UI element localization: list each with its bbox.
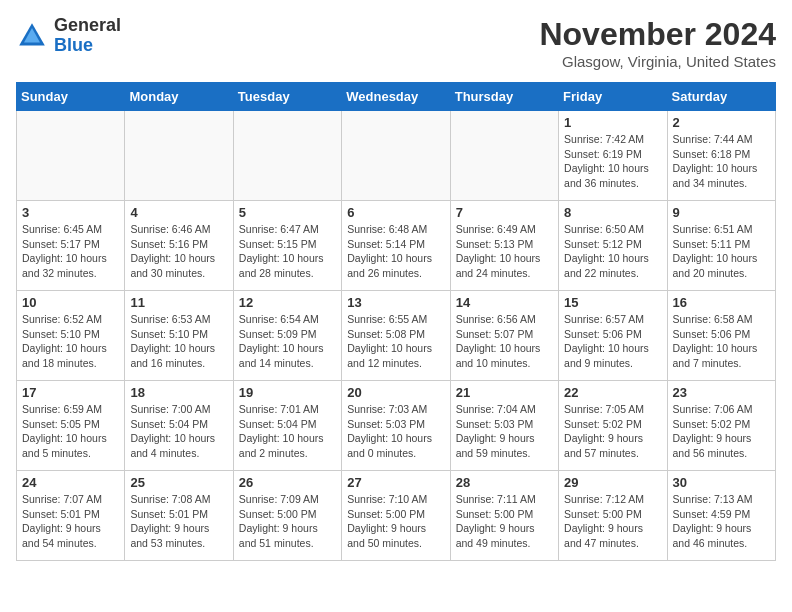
day-number: 11: [130, 295, 227, 310]
calendar-cell: 10Sunrise: 6:52 AM Sunset: 5:10 PM Dayli…: [17, 291, 125, 381]
day-number: 5: [239, 205, 336, 220]
day-detail: Sunrise: 6:48 AM Sunset: 5:14 PM Dayligh…: [347, 222, 444, 281]
calendar-cell: 13Sunrise: 6:55 AM Sunset: 5:08 PM Dayli…: [342, 291, 450, 381]
calendar-cell: 1Sunrise: 7:42 AM Sunset: 6:19 PM Daylig…: [559, 111, 667, 201]
calendar-cell: 15Sunrise: 6:57 AM Sunset: 5:06 PM Dayli…: [559, 291, 667, 381]
day-number: 30: [673, 475, 770, 490]
day-number: 15: [564, 295, 661, 310]
day-detail: Sunrise: 6:46 AM Sunset: 5:16 PM Dayligh…: [130, 222, 227, 281]
day-number: 28: [456, 475, 553, 490]
day-number: 25: [130, 475, 227, 490]
day-detail: Sunrise: 7:05 AM Sunset: 5:02 PM Dayligh…: [564, 402, 661, 461]
calendar-cell: [233, 111, 341, 201]
logo-text: General Blue: [54, 16, 121, 56]
calendar-week-5: 24Sunrise: 7:07 AM Sunset: 5:01 PM Dayli…: [17, 471, 776, 561]
calendar-cell: 24Sunrise: 7:07 AM Sunset: 5:01 PM Dayli…: [17, 471, 125, 561]
day-number: 17: [22, 385, 119, 400]
day-number: 24: [22, 475, 119, 490]
day-number: 23: [673, 385, 770, 400]
calendar-cell: 9Sunrise: 6:51 AM Sunset: 5:11 PM Daylig…: [667, 201, 775, 291]
day-detail: Sunrise: 6:53 AM Sunset: 5:10 PM Dayligh…: [130, 312, 227, 371]
calendar-cell: 23Sunrise: 7:06 AM Sunset: 5:02 PM Dayli…: [667, 381, 775, 471]
calendar-cell: 5Sunrise: 6:47 AM Sunset: 5:15 PM Daylig…: [233, 201, 341, 291]
calendar-cell: 22Sunrise: 7:05 AM Sunset: 5:02 PM Dayli…: [559, 381, 667, 471]
day-detail: Sunrise: 7:42 AM Sunset: 6:19 PM Dayligh…: [564, 132, 661, 191]
day-detail: Sunrise: 6:47 AM Sunset: 5:15 PM Dayligh…: [239, 222, 336, 281]
day-detail: Sunrise: 7:00 AM Sunset: 5:04 PM Dayligh…: [130, 402, 227, 461]
calendar-cell: 30Sunrise: 7:13 AM Sunset: 4:59 PM Dayli…: [667, 471, 775, 561]
calendar-cell: 20Sunrise: 7:03 AM Sunset: 5:03 PM Dayli…: [342, 381, 450, 471]
location-subtitle: Glasgow, Virginia, United States: [539, 53, 776, 70]
logo-blue: Blue: [54, 35, 93, 55]
column-header-thursday: Thursday: [450, 83, 558, 111]
column-header-wednesday: Wednesday: [342, 83, 450, 111]
day-detail: Sunrise: 7:04 AM Sunset: 5:03 PM Dayligh…: [456, 402, 553, 461]
logo-icon: [16, 20, 48, 52]
calendar-cell: 26Sunrise: 7:09 AM Sunset: 5:00 PM Dayli…: [233, 471, 341, 561]
calendar-cell: 12Sunrise: 6:54 AM Sunset: 5:09 PM Dayli…: [233, 291, 341, 381]
calendar-week-3: 10Sunrise: 6:52 AM Sunset: 5:10 PM Dayli…: [17, 291, 776, 381]
day-detail: Sunrise: 7:07 AM Sunset: 5:01 PM Dayligh…: [22, 492, 119, 551]
day-detail: Sunrise: 6:52 AM Sunset: 5:10 PM Dayligh…: [22, 312, 119, 371]
day-detail: Sunrise: 6:55 AM Sunset: 5:08 PM Dayligh…: [347, 312, 444, 371]
calendar-cell: 25Sunrise: 7:08 AM Sunset: 5:01 PM Dayli…: [125, 471, 233, 561]
day-number: 19: [239, 385, 336, 400]
logo: General Blue: [16, 16, 121, 56]
calendar-cell: 29Sunrise: 7:12 AM Sunset: 5:00 PM Dayli…: [559, 471, 667, 561]
column-header-monday: Monday: [125, 83, 233, 111]
page-header: General Blue November 2024 Glasgow, Virg…: [16, 16, 776, 70]
day-detail: Sunrise: 7:08 AM Sunset: 5:01 PM Dayligh…: [130, 492, 227, 551]
calendar-cell: 16Sunrise: 6:58 AM Sunset: 5:06 PM Dayli…: [667, 291, 775, 381]
calendar-week-2: 3Sunrise: 6:45 AM Sunset: 5:17 PM Daylig…: [17, 201, 776, 291]
calendar-cell: 7Sunrise: 6:49 AM Sunset: 5:13 PM Daylig…: [450, 201, 558, 291]
calendar-cell: 18Sunrise: 7:00 AM Sunset: 5:04 PM Dayli…: [125, 381, 233, 471]
calendar-cell: 14Sunrise: 6:56 AM Sunset: 5:07 PM Dayli…: [450, 291, 558, 381]
day-number: 22: [564, 385, 661, 400]
day-number: 6: [347, 205, 444, 220]
title-block: November 2024 Glasgow, Virginia, United …: [539, 16, 776, 70]
day-number: 4: [130, 205, 227, 220]
day-number: 7: [456, 205, 553, 220]
day-detail: Sunrise: 6:54 AM Sunset: 5:09 PM Dayligh…: [239, 312, 336, 371]
day-number: 21: [456, 385, 553, 400]
column-header-friday: Friday: [559, 83, 667, 111]
calendar-header-row: SundayMondayTuesdayWednesdayThursdayFrid…: [17, 83, 776, 111]
calendar-cell: 8Sunrise: 6:50 AM Sunset: 5:12 PM Daylig…: [559, 201, 667, 291]
calendar-cell: 28Sunrise: 7:11 AM Sunset: 5:00 PM Dayli…: [450, 471, 558, 561]
day-detail: Sunrise: 7:01 AM Sunset: 5:04 PM Dayligh…: [239, 402, 336, 461]
day-number: 1: [564, 115, 661, 130]
calendar-cell: [125, 111, 233, 201]
day-number: 2: [673, 115, 770, 130]
day-detail: Sunrise: 6:45 AM Sunset: 5:17 PM Dayligh…: [22, 222, 119, 281]
column-header-tuesday: Tuesday: [233, 83, 341, 111]
day-number: 27: [347, 475, 444, 490]
day-number: 13: [347, 295, 444, 310]
day-detail: Sunrise: 6:57 AM Sunset: 5:06 PM Dayligh…: [564, 312, 661, 371]
day-detail: Sunrise: 7:12 AM Sunset: 5:00 PM Dayligh…: [564, 492, 661, 551]
logo-general: General: [54, 15, 121, 35]
calendar-week-4: 17Sunrise: 6:59 AM Sunset: 5:05 PM Dayli…: [17, 381, 776, 471]
calendar: SundayMondayTuesdayWednesdayThursdayFrid…: [16, 82, 776, 561]
day-number: 3: [22, 205, 119, 220]
calendar-cell: 17Sunrise: 6:59 AM Sunset: 5:05 PM Dayli…: [17, 381, 125, 471]
calendar-cell: 4Sunrise: 6:46 AM Sunset: 5:16 PM Daylig…: [125, 201, 233, 291]
calendar-cell: 6Sunrise: 6:48 AM Sunset: 5:14 PM Daylig…: [342, 201, 450, 291]
day-number: 8: [564, 205, 661, 220]
calendar-cell: [17, 111, 125, 201]
calendar-cell: 2Sunrise: 7:44 AM Sunset: 6:18 PM Daylig…: [667, 111, 775, 201]
day-number: 14: [456, 295, 553, 310]
day-detail: Sunrise: 7:03 AM Sunset: 5:03 PM Dayligh…: [347, 402, 444, 461]
day-number: 18: [130, 385, 227, 400]
column-header-saturday: Saturday: [667, 83, 775, 111]
day-detail: Sunrise: 6:49 AM Sunset: 5:13 PM Dayligh…: [456, 222, 553, 281]
month-title: November 2024: [539, 16, 776, 53]
day-detail: Sunrise: 6:58 AM Sunset: 5:06 PM Dayligh…: [673, 312, 770, 371]
column-header-sunday: Sunday: [17, 83, 125, 111]
calendar-cell: [450, 111, 558, 201]
calendar-week-1: 1Sunrise: 7:42 AM Sunset: 6:19 PM Daylig…: [17, 111, 776, 201]
day-detail: Sunrise: 7:44 AM Sunset: 6:18 PM Dayligh…: [673, 132, 770, 191]
day-number: 16: [673, 295, 770, 310]
day-number: 10: [22, 295, 119, 310]
day-number: 9: [673, 205, 770, 220]
day-detail: Sunrise: 7:13 AM Sunset: 4:59 PM Dayligh…: [673, 492, 770, 551]
